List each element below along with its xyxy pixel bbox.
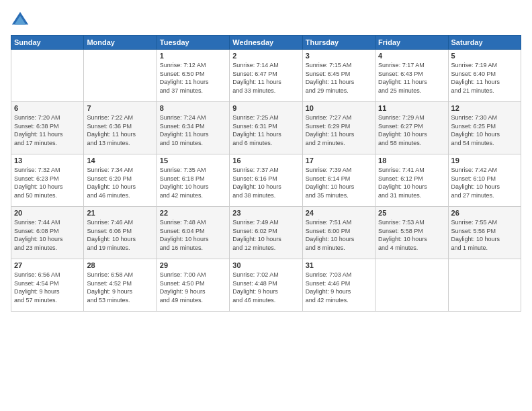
calendar-cell: 20Sunrise: 7:44 AMSunset: 6:08 PMDayligh… [11,207,84,259]
calendar-week-row: 6Sunrise: 7:20 AMSunset: 6:38 PMDaylight… [11,102,521,154]
calendar-cell: 5Sunrise: 7:19 AMSunset: 6:40 PMDaylight… [448,50,521,102]
day-detail: Sunrise: 7:46 AMSunset: 6:06 PMDaylight:… [87,218,153,252]
calendar-cell: 1Sunrise: 7:12 AMSunset: 6:50 PMDaylight… [157,50,229,102]
calendar-cell: 12Sunrise: 7:30 AMSunset: 6:25 PMDayligh… [448,102,521,154]
calendar-cell: 21Sunrise: 7:46 AMSunset: 6:06 PMDayligh… [84,207,157,259]
day-number: 7 [87,104,153,112]
calendar-cell: 25Sunrise: 7:53 AMSunset: 5:58 PMDayligh… [375,207,448,259]
day-number: 2 [232,52,299,60]
calendar-cell: 14Sunrise: 7:34 AMSunset: 6:20 PMDayligh… [84,154,157,207]
day-detail: Sunrise: 7:17 AMSunset: 6:43 PMDaylight:… [378,61,445,95]
day-number: 21 [87,209,153,217]
day-detail: Sunrise: 7:42 AMSunset: 6:10 PMDaylight:… [451,166,518,199]
day-number: 30 [232,261,299,269]
calendar-header-row: SundayMondayTuesdayWednesdayThursdayFrid… [11,36,521,50]
day-detail: Sunrise: 7:25 AMSunset: 6:31 PMDaylight:… [232,113,299,147]
calendar-cell [11,50,84,102]
calendar-cell: 18Sunrise: 7:41 AMSunset: 6:12 PMDayligh… [375,154,448,207]
day-number: 5 [451,52,518,60]
calendar-cell: 2Sunrise: 7:14 AMSunset: 6:47 PMDaylight… [230,50,302,102]
header-friday: Friday [375,36,448,50]
calendar-week-row: 20Sunrise: 7:44 AMSunset: 6:08 PMDayligh… [11,207,521,259]
day-number: 16 [232,156,299,165]
day-detail: Sunrise: 7:34 AMSunset: 6:20 PMDaylight:… [87,166,153,199]
day-number: 26 [451,209,518,217]
calendar-cell: 4Sunrise: 7:17 AMSunset: 6:43 PMDaylight… [375,50,448,102]
day-detail: Sunrise: 7:55 AMSunset: 5:56 PMDaylight:… [451,218,518,252]
calendar-cell: 13Sunrise: 7:32 AMSunset: 6:23 PMDayligh… [11,154,84,207]
day-detail: Sunrise: 7:03 AMSunset: 4:46 PMDaylight:… [306,271,372,304]
calendar-cell: 10Sunrise: 7:27 AMSunset: 6:29 PMDayligh… [302,102,375,154]
day-number: 27 [14,261,81,269]
logo [11,11,32,30]
day-detail: Sunrise: 7:15 AMSunset: 6:45 PMDaylight:… [306,61,372,95]
day-detail: Sunrise: 7:29 AMSunset: 6:27 PMDaylight:… [378,113,445,147]
calendar-cell: 26Sunrise: 7:55 AMSunset: 5:56 PMDayligh… [448,207,521,259]
day-number: 14 [87,156,153,165]
calendar-cell: 17Sunrise: 7:39 AMSunset: 6:14 PMDayligh… [302,154,375,207]
logo-icon [11,11,30,30]
day-detail: Sunrise: 7:20 AMSunset: 6:38 PMDaylight:… [14,113,81,147]
calendar-cell: 6Sunrise: 7:20 AMSunset: 6:38 PMDaylight… [11,102,84,154]
day-number: 20 [14,209,81,217]
header-tuesday: Tuesday [157,36,229,50]
day-detail: Sunrise: 7:30 AMSunset: 6:25 PMDaylight:… [451,113,518,147]
calendar-cell: 24Sunrise: 7:51 AMSunset: 6:00 PMDayligh… [302,207,375,259]
day-detail: Sunrise: 6:56 AMSunset: 4:54 PMDaylight:… [14,271,81,304]
page: SundayMondayTuesdayWednesdayThursdayFrid… [0,0,532,411]
day-detail: Sunrise: 7:51 AMSunset: 6:00 PMDaylight:… [306,218,372,252]
day-detail: Sunrise: 7:41 AMSunset: 6:12 PMDaylight:… [378,166,445,199]
calendar-cell: 29Sunrise: 7:00 AMSunset: 4:50 PMDayligh… [157,259,229,312]
calendar-cell: 22Sunrise: 7:48 AMSunset: 6:04 PMDayligh… [157,207,229,259]
day-number: 9 [232,104,299,112]
day-number: 23 [232,209,299,217]
calendar-cell: 28Sunrise: 6:58 AMSunset: 4:52 PMDayligh… [84,259,157,312]
day-detail: Sunrise: 7:44 AMSunset: 6:08 PMDaylight:… [14,218,81,252]
calendar-cell: 19Sunrise: 7:42 AMSunset: 6:10 PMDayligh… [448,154,521,207]
header-monday: Monday [84,36,157,50]
header [11,11,521,30]
calendar-cell: 3Sunrise: 7:15 AMSunset: 6:45 PMDaylight… [302,50,375,102]
calendar-week-row: 13Sunrise: 7:32 AMSunset: 6:23 PMDayligh… [11,154,521,207]
day-number: 1 [160,52,226,60]
day-number: 6 [14,104,81,112]
day-number: 19 [451,156,518,165]
day-detail: Sunrise: 6:58 AMSunset: 4:52 PMDaylight:… [87,271,153,304]
calendar-cell: 8Sunrise: 7:24 AMSunset: 6:34 PMDaylight… [157,102,229,154]
day-detail: Sunrise: 7:48 AMSunset: 6:04 PMDaylight:… [160,218,226,252]
day-detail: Sunrise: 7:27 AMSunset: 6:29 PMDaylight:… [306,113,372,147]
calendar-cell: 7Sunrise: 7:22 AMSunset: 6:36 PMDaylight… [84,102,157,154]
calendar-cell: 23Sunrise: 7:49 AMSunset: 6:02 PMDayligh… [230,207,302,259]
calendar-cell [448,259,521,312]
day-number: 22 [160,209,226,217]
day-detail: Sunrise: 7:35 AMSunset: 6:18 PMDaylight:… [160,166,226,199]
day-number: 18 [378,156,445,165]
day-detail: Sunrise: 7:12 AMSunset: 6:50 PMDaylight:… [160,61,226,95]
day-number: 29 [160,261,226,269]
day-number: 15 [160,156,226,165]
calendar-cell: 31Sunrise: 7:03 AMSunset: 4:46 PMDayligh… [302,259,375,312]
day-detail: Sunrise: 7:19 AMSunset: 6:40 PMDaylight:… [451,61,518,95]
day-number: 28 [87,261,153,269]
day-number: 10 [306,104,372,112]
day-number: 12 [451,104,518,112]
calendar-cell: 27Sunrise: 6:56 AMSunset: 4:54 PMDayligh… [11,259,84,312]
day-detail: Sunrise: 7:02 AMSunset: 4:48 PMDaylight:… [232,271,299,304]
calendar-cell [84,50,157,102]
calendar-cell: 11Sunrise: 7:29 AMSunset: 6:27 PMDayligh… [375,102,448,154]
calendar-cell: 16Sunrise: 7:37 AMSunset: 6:16 PMDayligh… [230,154,302,207]
calendar-cell: 9Sunrise: 7:25 AMSunset: 6:31 PMDaylight… [230,102,302,154]
day-number: 13 [14,156,81,165]
day-detail: Sunrise: 7:39 AMSunset: 6:14 PMDaylight:… [306,166,372,199]
header-wednesday: Wednesday [230,36,302,50]
calendar-cell: 15Sunrise: 7:35 AMSunset: 6:18 PMDayligh… [157,154,229,207]
day-number: 11 [378,104,445,112]
day-detail: Sunrise: 7:24 AMSunset: 6:34 PMDaylight:… [160,113,226,147]
day-detail: Sunrise: 7:53 AMSunset: 5:58 PMDaylight:… [378,218,445,252]
header-sunday: Sunday [11,36,84,50]
calendar-week-row: 27Sunrise: 6:56 AMSunset: 4:54 PMDayligh… [11,259,521,312]
header-saturday: Saturday [448,36,521,50]
header-thursday: Thursday [302,36,375,50]
calendar-week-row: 1Sunrise: 7:12 AMSunset: 6:50 PMDaylight… [11,50,521,102]
day-detail: Sunrise: 7:49 AMSunset: 6:02 PMDaylight:… [232,218,299,252]
